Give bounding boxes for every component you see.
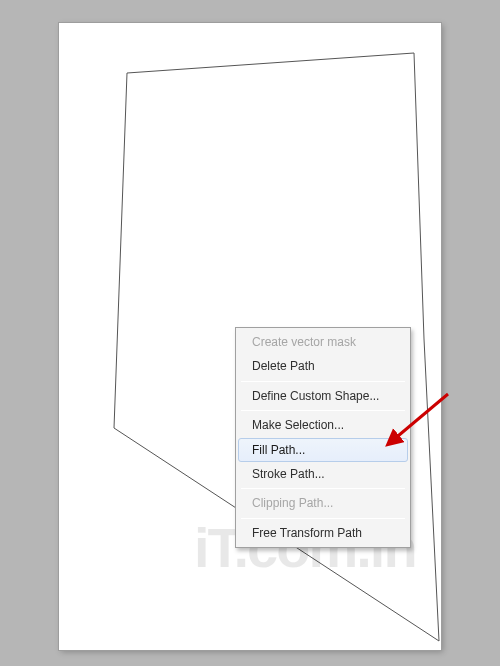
menu-item-fill-path[interactable]: Fill Path...: [238, 438, 408, 462]
menu-item-make-selection[interactable]: Make Selection...: [238, 413, 408, 437]
menu-separator: [241, 410, 405, 411]
menu-separator: [241, 488, 405, 489]
menu-item-clipping-path: Clipping Path...: [238, 491, 408, 515]
menu-separator: [241, 381, 405, 382]
menu-item-define-custom-shape[interactable]: Define Custom Shape...: [238, 384, 408, 408]
app-stage: iT.com.in Create vector maskDelete PathD…: [0, 0, 500, 666]
menu-item-stroke-path[interactable]: Stroke Path...: [238, 462, 408, 486]
context-menu: Create vector maskDelete PathDefine Cust…: [235, 327, 411, 548]
menu-item-delete-path[interactable]: Delete Path: [238, 354, 408, 378]
menu-item-free-transform-path[interactable]: Free Transform Path: [238, 521, 408, 545]
menu-item-create-vector-mask: Create vector mask: [238, 330, 408, 354]
menu-separator: [241, 518, 405, 519]
